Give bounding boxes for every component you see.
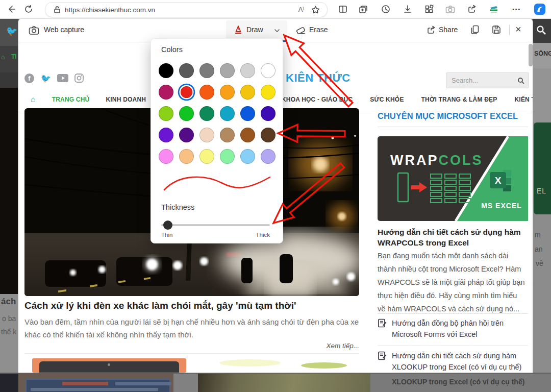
sidebar-link-text[interactable]: Hướng dẫn đồng bộ phản hồi trên Microsof… [392, 317, 528, 340]
thin-label: Thin [161, 232, 172, 238]
article-read-more[interactable]: Xem tiếp... [24, 342, 359, 350]
color-swatch-3-1[interactable] [179, 128, 194, 142]
sidebar-featured-title[interactable]: Hướng dẫn chi tiết cách sử dụng hàm WRAP… [378, 227, 525, 248]
article-title[interactable]: Cách xử lý khi đèn xe khác làm chói mắt,… [24, 300, 361, 311]
search-icon[interactable] [517, 77, 524, 84]
promo-word-green: COLS [439, 153, 483, 168]
instagram-icon[interactable] [74, 74, 84, 83]
color-swatch-3-3[interactable] [220, 128, 235, 142]
sidebar-divider-1 [378, 313, 528, 314]
dim-bottom-strip: XLOOKUP trong Excel (có ví dụ cụ thể) [0, 373, 551, 392]
nav-khoa-hoc[interactable]: KHOA HỌC - GIÁO DỤC [282, 96, 353, 103]
color-swatch-1-5[interactable] [261, 85, 276, 100]
apps-button[interactable] [423, 3, 435, 15]
wrapcols-promo-image[interactable]: WRAPCOLS X MS EXCEL [378, 136, 528, 221]
thumb-laptop[interactable] [32, 358, 186, 373]
color-swatch-3-0[interactable] [159, 128, 173, 142]
collections-button[interactable] [357, 3, 369, 15]
thickness-slider-knob[interactable] [163, 220, 172, 230]
draw-dropdown-chevron[interactable] [273, 28, 281, 33]
downloads-button[interactable] [402, 3, 414, 15]
favorite-star-icon[interactable] [311, 6, 320, 14]
color-swatch-4-2[interactable] [199, 149, 214, 164]
color-swatch-0-2[interactable] [199, 63, 214, 78]
split-screen-button[interactable] [337, 3, 349, 15]
sidebar-link-item[interactable]: Hướng dẫn chi tiết cách sử dụng hàm XLOO… [378, 350, 528, 373]
draw-pen-icon [234, 25, 243, 34]
copy-icon[interactable] [470, 25, 480, 35]
color-swatch-1-1[interactable] [181, 86, 192, 98]
sidebar-heading: CHUYÊN MỤC MICROSOFT EXCEL [378, 111, 531, 121]
sidebar-link-item[interactable]: Hướng dẫn đồng bộ phản hồi trên Microsof… [378, 317, 528, 340]
color-swatch-4-4[interactable] [240, 149, 255, 164]
thickness-slider-track[interactable] [161, 224, 270, 226]
extension-hiepan-icon[interactable] [488, 3, 500, 15]
thumb-vegetables[interactable] [199, 357, 363, 373]
color-swatch-4-0[interactable] [159, 149, 173, 164]
nav-suc-khoe[interactable]: SỨC KHỎE [370, 96, 404, 103]
search-box[interactable]: Search... [446, 72, 529, 88]
color-swatch-3-5[interactable] [261, 128, 276, 142]
nav-trang-chu[interactable]: TRANG CHỦ [52, 96, 90, 103]
sidebar-link-text[interactable]: Hướng dẫn chi tiết cách sử dụng hàm XLOO… [392, 350, 528, 373]
stroke-preview-path [164, 177, 270, 190]
color-swatch-2-1[interactable] [179, 106, 194, 121]
color-swatch-3-2[interactable] [199, 128, 214, 142]
color-swatch-1-4[interactable] [240, 85, 255, 100]
color-swatch-0-4[interactable] [240, 63, 255, 78]
share-icon [427, 26, 436, 35]
colors-heading: Colors [161, 45, 183, 54]
refresh-button[interactable] [22, 3, 35, 15]
color-swatch-2-5[interactable] [261, 106, 276, 121]
nav-thoi-trang[interactable]: THỜI TRANG & LÀM ĐẸP [421, 96, 497, 103]
color-swatch-4-5[interactable] [261, 149, 276, 164]
facebook-icon[interactable]: f [24, 74, 34, 83]
color-swatch-0-1[interactable] [179, 63, 194, 78]
erase-label[interactable]: Erase [309, 26, 328, 34]
share-toolbar-button[interactable] [466, 3, 478, 15]
save-icon[interactable] [492, 25, 501, 34]
color-swatch-1-2[interactable] [199, 85, 214, 100]
color-swatch-4-3[interactable] [220, 149, 235, 164]
color-swatch-2-4[interactable] [240, 106, 255, 121]
close-capture-button[interactable]: × [515, 23, 521, 35]
document-edit-icon [378, 318, 387, 328]
draw-label[interactable]: Draw [246, 26, 263, 34]
browser-toolbar: https://chiasekienthuc.com.vn A) [0, 0, 551, 19]
toolbar-separator [509, 25, 510, 35]
home-icon[interactable]: ⌂ [31, 95, 36, 104]
color-swatch-2-0[interactable] [159, 106, 173, 121]
color-swatch-2-3[interactable] [220, 106, 235, 121]
dim-left-nav-fragment: TI [11, 53, 17, 60]
scrollbar-thumb[interactable] [529, 44, 533, 66]
color-swatch-1-3[interactable] [220, 85, 235, 100]
excel-logo-icon: X [490, 170, 511, 191]
dim-left-strip: 🐦 ⌂ TI ách x o ba thể k [0, 18, 18, 373]
color-swatch-2-2[interactable] [199, 106, 214, 121]
color-swatch-4-1[interactable] [179, 149, 194, 164]
web-capture-toolbar-button[interactable] [444, 3, 456, 15]
dim-green-box [534, 122, 551, 214]
more-menu-button[interactable]: ⋯ [510, 3, 522, 15]
url-text[interactable]: https://chiasekienthuc.com.vn [65, 6, 155, 14]
nav-kinh-doanh[interactable]: KINH DOANH [106, 96, 146, 103]
color-swatch-0-5[interactable] [261, 63, 276, 78]
read-aloud-button[interactable]: A) [298, 6, 304, 13]
twitter-icon[interactable]: 🐦 [41, 74, 51, 83]
color-swatch-0-0[interactable] [159, 63, 173, 78]
nav-kien-thuc-cuoc-song[interactable]: KIẾN THỨC CUỘC SỐNG [515, 96, 533, 103]
site-logo[interactable]: KIÊN THỨC [286, 71, 350, 85]
color-swatch-3-4[interactable] [240, 128, 255, 142]
share-label[interactable]: Share [439, 26, 458, 34]
color-swatch-1-0[interactable] [159, 85, 173, 100]
article-excerpt: Vào ban đêm, tầm nhìn của người lái sẽ b… [24, 315, 361, 341]
dim-vegetable-thumb [198, 374, 370, 392]
excel-letter: X [495, 175, 502, 186]
history-button[interactable] [380, 3, 392, 15]
address-bar[interactable]: https://chiasekienthuc.com.vn A) [45, 2, 328, 17]
back-button[interactable] [5, 3, 17, 15]
color-swatch-0-3[interactable] [220, 63, 235, 78]
thickness-heading: Thickness [161, 203, 194, 211]
edge-sidebar-icon[interactable] [534, 3, 546, 15]
youtube-icon[interactable] [57, 74, 68, 82]
